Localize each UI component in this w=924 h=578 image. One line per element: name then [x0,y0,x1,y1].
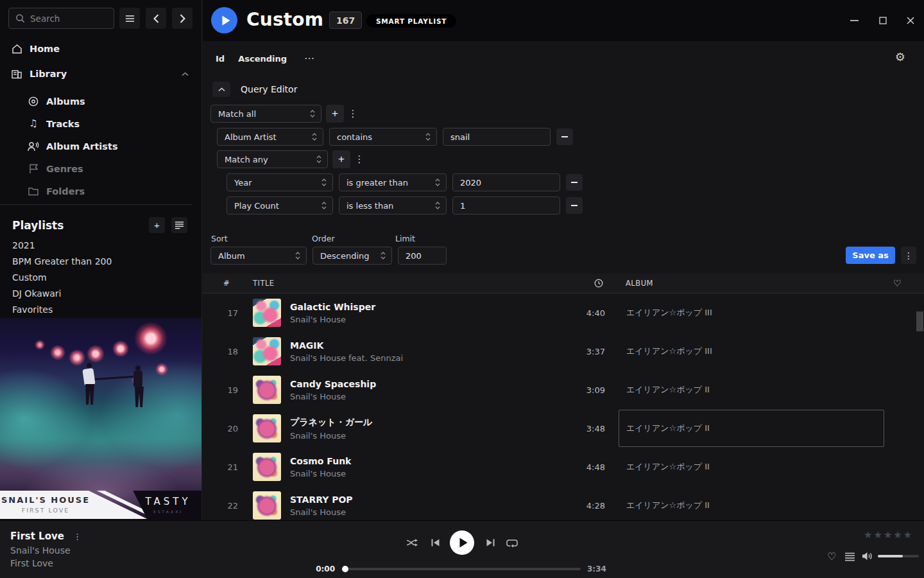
star-icon[interactable]: ★ [864,530,872,540]
star-icon[interactable]: ★ [893,530,902,540]
track-artist[interactable]: Snail's House [290,469,567,478]
playlist-item-favorites[interactable]: Favorites [0,301,201,317]
remove-rule-button[interactable] [556,128,573,145]
track-title[interactable]: STARRY POP [290,495,567,505]
rule-operator-select[interactable]: is less than [339,197,447,215]
save-as-button[interactable]: Save as [846,247,895,264]
next-track-button[interactable] [483,535,498,550]
search-field[interactable] [30,13,101,24]
track-artist[interactable]: Snail's House [290,431,567,441]
save-more-options-button[interactable]: ⋮ [901,247,916,264]
star-icon[interactable]: ★ [884,530,892,540]
column-album[interactable]: ALBUM [619,279,884,288]
collapse-query-editor-button[interactable] [212,82,230,97]
playlist-item-dj-okawari[interactable]: DJ Okawari [0,285,201,301]
scrollbar-thumb[interactable] [916,311,923,331]
sidebar-item-tracks[interactable]: ♫Tracks [0,112,201,135]
track-row[interactable]: 20プラネット・ガールSnail's House3:48エイリアン☆ポップ II [203,409,924,448]
search-input[interactable] [8,8,114,29]
add-rule-button[interactable]: + [332,150,350,168]
track-album-art-thumbnail[interactable] [253,491,281,520]
track-album-art-thumbnail[interactable] [253,376,281,404]
track-row[interactable]: 17Galactic WhisperSnail's House4:40エイリアン… [203,293,924,332]
track-row[interactable]: 19Candy SpaceshipSnail's House3:09エイリアン☆… [203,371,924,409]
track-artist[interactable]: Snail's House [290,315,567,324]
window-close-button[interactable] [905,15,916,26]
now-playing-album-art[interactable]: SNAIL'S HOUSE FIRST LOVE TASTY ESTAAXI [0,318,201,519]
queue-button[interactable] [844,552,855,561]
track-menu-icon[interactable]: ⋮ [73,532,81,541]
order-select[interactable]: Descending [312,247,392,265]
remove-rule-button[interactable] [566,174,583,191]
seek-knob[interactable] [342,566,348,572]
track-title[interactable]: プラネット・ガール [290,417,567,428]
track-artist[interactable]: Snail's House [290,392,567,401]
shuffle-button[interactable] [404,535,420,550]
track-row[interactable]: 22STARRY POPSnail's House4:28エイリアン☆ポップ I… [203,486,924,520]
column-index[interactable]: # [215,279,238,288]
track-album-art-thumbnail[interactable] [253,337,281,365]
sidebar-item-home[interactable]: Home [0,39,201,58]
track-title[interactable]: Cosmo Funk [290,456,567,466]
add-playlist-button[interactable]: + [149,217,165,233]
sidebar-item-album-artists[interactable]: Album Artists [0,135,201,157]
chevron-up-icon[interactable] [182,72,189,76]
window-minimize-button[interactable] [848,15,860,26]
track-album-art-thumbnail[interactable] [253,299,281,327]
hamburger-menu-button[interactable] [119,8,140,29]
track-album[interactable]: エイリアン☆ポップ II [619,487,884,520]
rule-operator-select[interactable]: contains [329,128,437,146]
gear-icon[interactable]: ⚙ [895,50,905,64]
sort-select[interactable]: Album [210,247,307,265]
match-all-select[interactable]: Match all [210,105,321,123]
rule-field-select[interactable]: Year [227,173,333,191]
now-playing-artist[interactable]: Snail's House [10,545,71,556]
more-options-icon[interactable]: ⋯ [304,55,315,62]
now-playing-album[interactable]: First Love [10,558,53,568]
volume-slider[interactable] [878,555,919,557]
edit-playlists-button[interactable] [171,217,187,233]
sidebar-item-library[interactable]: Library [0,64,201,83]
repeat-button[interactable] [504,535,520,550]
track-album[interactable]: エイリアン☆ポップ III [619,333,884,370]
track-row[interactable]: 21Cosmo FunkSnail's House4:48エイリアン☆ポップ I… [203,448,924,486]
track-album-art-thumbnail[interactable] [253,453,281,481]
play-pause-button[interactable] [450,530,474,555]
track-title[interactable]: MAGIK [290,340,567,351]
playlist-item-2021[interactable]: 2021 [0,237,201,253]
rule-operator-select[interactable]: is greater than [339,173,447,191]
window-maximize-button[interactable] [877,15,889,26]
track-album[interactable]: エイリアン☆ポップ II [619,410,884,447]
group-options-button[interactable]: ⋮ [353,153,366,165]
previous-track-button[interactable] [427,535,443,550]
track-artist[interactable]: Snail's House [290,507,567,517]
track-title[interactable]: Candy Spaceship [290,379,567,389]
seek-bar[interactable] [343,568,581,570]
track-album[interactable]: エイリアン☆ポップ II [619,371,884,408]
sort-field-button[interactable]: Id [216,54,225,64]
favorite-heart-icon[interactable]: ♡ [893,278,902,288]
track-album-art-thumbnail[interactable] [253,414,281,442]
sidebar-item-genres[interactable]: Genres [0,157,201,180]
group-options-button[interactable]: ⋮ [346,108,359,119]
star-icon[interactable]: ★ [903,530,912,540]
sort-direction-button[interactable]: Ascending [238,54,287,64]
star-icon[interactable]: ★ [873,530,882,540]
back-button[interactable] [146,8,166,29]
column-title[interactable]: TITLE [253,279,567,288]
track-album[interactable]: エイリアン☆ポップ II [619,448,884,486]
match-any-select[interactable]: Match any [217,150,328,168]
rule-value-input[interactable] [452,173,560,191]
track-artist[interactable]: Snail's House feat. Sennzai [290,353,567,363]
limit-input[interactable] [398,247,447,265]
sidebar-item-albums[interactable]: Albums [0,90,201,112]
track-album[interactable]: エイリアン☆ポップ III [619,294,884,331]
sidebar-item-folders[interactable]: Folders [0,180,201,202]
forward-button[interactable] [172,8,193,29]
rule-value-input[interactable] [452,197,560,215]
remove-rule-button[interactable] [566,197,583,214]
duration-clock-icon[interactable] [594,279,605,288]
track-row[interactable]: 18MAGIKSnail's House feat. Sennzai3:37エイ… [203,332,924,371]
volume-button[interactable] [862,552,874,561]
rule-value-input[interactable] [443,128,551,146]
